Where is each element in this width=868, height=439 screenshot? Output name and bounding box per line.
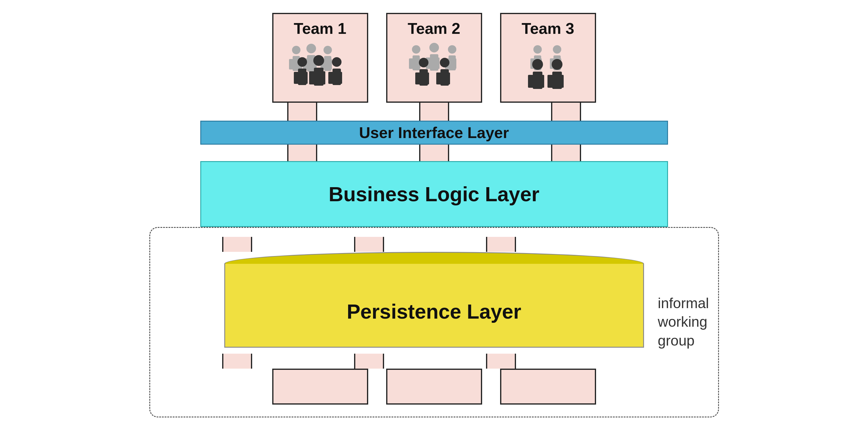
pink-block-bottom-3 xyxy=(486,353,516,369)
informal-group-label: informal working group xyxy=(658,294,709,350)
bottom-connectors xyxy=(171,353,639,369)
pink-block-bottom-1 xyxy=(222,353,252,369)
informal-line3: group xyxy=(658,333,695,348)
svg-rect-35 xyxy=(452,58,456,69)
team-3-people xyxy=(521,41,575,89)
conn-bottom-3 xyxy=(444,353,558,369)
svg-rect-42 xyxy=(436,72,441,85)
team-1-people-icon xyxy=(287,41,353,89)
svg-point-48 xyxy=(553,45,561,54)
connectors-teams-to-ui xyxy=(200,103,668,121)
team-3-box: Team 3 xyxy=(500,13,596,103)
ui-layer-label: User Interface Layer xyxy=(359,124,509,142)
bll-layer: Business Logic Layer xyxy=(200,161,668,227)
bottom-box-2 xyxy=(386,369,482,405)
pink-block-ui-bll-1 xyxy=(287,145,317,161)
svg-rect-55 xyxy=(539,75,544,88)
conn-ui-bll-2 xyxy=(377,145,491,161)
pink-block-bll-p-2 xyxy=(354,237,384,252)
connectors-ui-to-bll xyxy=(200,145,668,161)
svg-rect-15 xyxy=(303,72,308,84)
team-1-people xyxy=(287,41,353,89)
bottom-box-3 xyxy=(500,369,596,405)
conn-2 xyxy=(377,103,491,121)
svg-point-8 xyxy=(323,46,332,54)
pink-block-2 xyxy=(419,103,449,121)
team-3-people-icon xyxy=(521,41,575,89)
ui-layer: User Interface Layer xyxy=(200,121,668,145)
svg-rect-11 xyxy=(328,59,332,69)
teams-row: Team 1 xyxy=(263,13,605,103)
pink-block-bll-p-3 xyxy=(486,237,516,252)
bottom-boxes-row xyxy=(162,369,706,405)
pink-block-ui-bll-3 xyxy=(551,145,581,161)
svg-point-52 xyxy=(532,59,543,70)
team-2-label: Team 2 xyxy=(408,20,460,37)
team-2-people-icon xyxy=(404,41,464,89)
svg-rect-26 xyxy=(409,58,413,69)
svg-point-12 xyxy=(298,57,307,67)
svg-rect-43 xyxy=(445,72,450,85)
persistence-cylinder: Persistence Layer xyxy=(224,252,644,353)
svg-rect-22 xyxy=(328,72,333,84)
persistence-section: Persistence Layer informal working gr xyxy=(149,227,719,417)
svg-rect-58 xyxy=(548,75,553,88)
svg-point-0 xyxy=(292,46,301,54)
conn-bottom-2 xyxy=(312,353,426,369)
svg-point-20 xyxy=(332,57,341,67)
pink-block-3 xyxy=(551,103,581,121)
team-3-label: Team 3 xyxy=(522,20,574,37)
svg-point-16 xyxy=(313,55,324,66)
svg-rect-18 xyxy=(309,71,314,85)
conn-ui-bll-1 xyxy=(245,145,359,161)
pink-block-1 xyxy=(287,103,317,121)
conn-bll-p-1 xyxy=(180,237,294,252)
svg-point-32 xyxy=(448,45,456,54)
team-2-people xyxy=(404,41,464,89)
informal-line2: working xyxy=(658,314,707,330)
architecture-diagram: Team 1 xyxy=(104,13,764,426)
svg-rect-38 xyxy=(415,72,420,85)
conn-bll-p-3 xyxy=(444,237,558,252)
pink-block-bll-p-1 xyxy=(222,237,252,252)
svg-rect-39 xyxy=(424,72,429,85)
svg-point-56 xyxy=(552,59,562,70)
team-2-box: Team 2 xyxy=(386,13,482,103)
persistence-layer-label: Persistence Layer xyxy=(347,300,521,323)
conn-bll-p-2 xyxy=(312,237,426,252)
svg-rect-31 xyxy=(435,58,439,69)
svg-rect-14 xyxy=(294,72,299,84)
svg-point-4 xyxy=(306,44,316,53)
svg-rect-2 xyxy=(289,59,293,69)
svg-point-28 xyxy=(429,43,439,53)
bll-layer-label: Business Logic Layer xyxy=(329,182,539,206)
svg-rect-23 xyxy=(337,72,342,84)
connectors-bll-persistence xyxy=(171,237,639,252)
conn-bottom-1 xyxy=(180,353,294,369)
team-1-box: Team 1 xyxy=(272,13,368,103)
svg-point-40 xyxy=(440,58,450,67)
conn-1 xyxy=(245,103,359,121)
conn-3 xyxy=(509,103,623,121)
bottom-box-1 xyxy=(272,369,368,405)
svg-point-44 xyxy=(533,45,542,54)
pink-block-bottom-2 xyxy=(354,353,384,369)
team-1-label: Team 1 xyxy=(294,20,346,37)
conn-ui-bll-3 xyxy=(509,145,623,161)
svg-point-36 xyxy=(419,58,429,67)
informal-line1: informal xyxy=(658,295,709,311)
svg-rect-59 xyxy=(558,75,564,88)
svg-rect-19 xyxy=(320,71,325,85)
cylinder-body: Persistence Layer xyxy=(224,264,644,348)
svg-rect-54 xyxy=(528,75,533,88)
svg-point-24 xyxy=(412,45,421,54)
pink-block-ui-bll-2 xyxy=(419,145,449,161)
